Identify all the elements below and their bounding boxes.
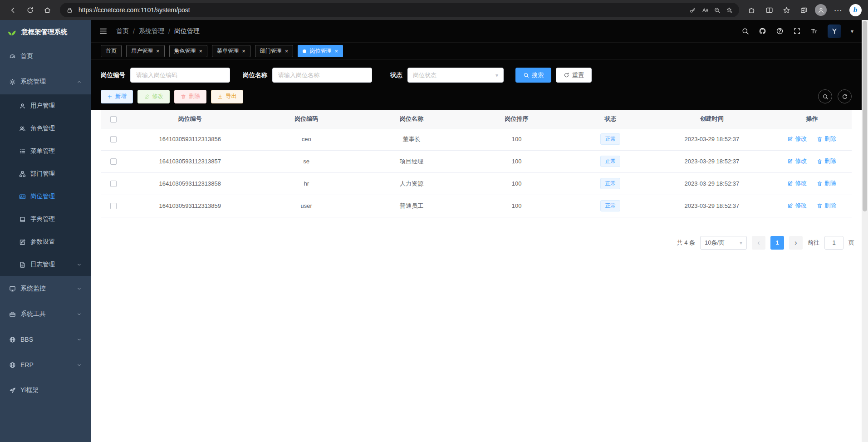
posts-table: 岗位编号 岗位编码 岗位名称 岗位排序 状态 创建时间 操作 164103059… bbox=[101, 110, 852, 217]
page-scrollbar[interactable] bbox=[862, 20, 868, 442]
search-button[interactable]: 搜索 bbox=[515, 68, 551, 83]
tab-close-icon[interactable]: × bbox=[334, 48, 338, 54]
delete-row-button[interactable]: 删除 bbox=[817, 201, 836, 210]
edit-row-button[interactable]: 修改 bbox=[787, 135, 807, 143]
export-button[interactable]: 导出 bbox=[211, 90, 243, 103]
back-button[interactable] bbox=[5, 2, 21, 18]
edit-row-label: 修改 bbox=[795, 157, 807, 165]
avatar-caret-down-icon[interactable]: ▾ bbox=[851, 28, 853, 34]
sidebar-group-system-tools[interactable]: 系统工具 bbox=[0, 301, 91, 327]
delete-row-button[interactable]: 删除 bbox=[817, 135, 836, 143]
edit-button-disabled[interactable]: 修改 bbox=[137, 90, 170, 103]
table-row: 1641030593112313857 se 项目经理 100 正常 2023-… bbox=[101, 150, 852, 172]
refresh-table-button[interactable] bbox=[838, 89, 852, 103]
tab-dept-management[interactable]: 部门管理 × bbox=[255, 45, 294, 57]
collections-button[interactable] bbox=[795, 2, 812, 18]
favorite-star-add-icon[interactable] bbox=[726, 7, 733, 14]
sidebar-item-dept-management[interactable]: 部门管理 bbox=[0, 162, 91, 185]
extensions-button[interactable] bbox=[744, 2, 760, 18]
sidebar-group-log-management[interactable]: 日志管理 bbox=[0, 253, 91, 276]
reset-button[interactable]: 重置 bbox=[556, 68, 592, 83]
sidebar-group-system-monitor[interactable]: 系统监控 bbox=[0, 276, 91, 301]
fullscreen-icon[interactable] bbox=[793, 27, 801, 35]
breadcrumb-system[interactable]: 系统管理 bbox=[139, 27, 164, 35]
page-number-button[interactable]: 1 bbox=[770, 236, 784, 250]
row-checkbox[interactable] bbox=[110, 181, 117, 187]
sidebar-item-home[interactable]: 首页 bbox=[0, 44, 91, 69]
tab-menu-management[interactable]: 菜单管理 × bbox=[212, 45, 250, 57]
post-code-input[interactable] bbox=[130, 68, 230, 83]
prev-page-button[interactable]: ‹ bbox=[752, 236, 765, 250]
tab-close-icon[interactable]: × bbox=[285, 48, 289, 54]
delete-button-disabled[interactable]: 删除 bbox=[174, 90, 206, 103]
sidebar-item-role-management[interactable]: 角色管理 bbox=[0, 117, 91, 140]
reset-button-label: 重置 bbox=[572, 71, 584, 79]
profile-button[interactable] bbox=[813, 2, 829, 18]
sidebar-item-dict-management[interactable]: 字典管理 bbox=[0, 208, 91, 231]
sidebar-item-param-settings[interactable]: 参数设置 bbox=[0, 231, 91, 253]
sidebar-item-menu-management[interactable]: 菜单管理 bbox=[0, 140, 91, 162]
split-screen-button[interactable] bbox=[761, 2, 777, 18]
settings-menu-button[interactable]: ⋯ bbox=[830, 2, 846, 18]
sidebar-item-user-management[interactable]: 用户管理 bbox=[0, 94, 91, 117]
address-bar[interactable]: https://ccnetcore.com:1101/system/post bbox=[60, 3, 739, 17]
row-checkbox[interactable] bbox=[110, 203, 117, 209]
download-icon bbox=[217, 94, 223, 99]
site-permissions-lock-icon[interactable] bbox=[66, 7, 73, 14]
row-checkbox[interactable] bbox=[110, 136, 117, 142]
delete-row-button[interactable]: 删除 bbox=[817, 157, 836, 165]
font-size-icon[interactable] bbox=[810, 27, 818, 35]
sidebar-group-erp[interactable]: ERP bbox=[0, 352, 91, 378]
edit-row-button[interactable]: 修改 bbox=[787, 179, 807, 187]
column-header-post-sort: 岗位排序 bbox=[464, 110, 569, 128]
refresh-button[interactable] bbox=[22, 2, 38, 18]
zoom-out-icon[interactable] bbox=[714, 7, 721, 14]
user-avatar[interactable] bbox=[828, 25, 841, 38]
edit-row-button[interactable]: 修改 bbox=[787, 201, 807, 210]
trash-icon bbox=[817, 136, 823, 142]
password-key-icon[interactable] bbox=[689, 7, 696, 14]
org-tree-icon bbox=[19, 171, 26, 177]
delete-row-button[interactable]: 删除 bbox=[817, 179, 836, 187]
github-icon[interactable] bbox=[759, 27, 766, 35]
goto-page-input[interactable] bbox=[824, 236, 843, 250]
sidebar-group-bbs[interactable]: BBS bbox=[0, 327, 91, 352]
add-button[interactable]: 新增 bbox=[101, 90, 133, 103]
page-size-select[interactable]: 10条/页 ▾ bbox=[700, 236, 747, 250]
post-id-cell: 1641030593112313856 bbox=[126, 128, 254, 150]
home-button[interactable] bbox=[39, 2, 55, 18]
app-logo[interactable]: 意框架管理系统 bbox=[0, 20, 91, 44]
refresh-icon bbox=[26, 6, 34, 14]
tab-role-management[interactable]: 角色管理 × bbox=[169, 45, 208, 57]
scrollbar-thumb[interactable] bbox=[863, 21, 867, 211]
edit-row-button[interactable]: 修改 bbox=[787, 157, 807, 165]
post-name-label: 岗位名称 bbox=[243, 71, 267, 79]
next-page-button[interactable]: › bbox=[789, 236, 803, 250]
tab-close-icon[interactable]: × bbox=[242, 48, 245, 54]
copilot-bing-button[interactable]: b bbox=[847, 2, 863, 18]
tab-close-icon[interactable]: × bbox=[199, 48, 203, 54]
sidebar-item-yi-framework[interactable]: Yi框架 bbox=[0, 378, 91, 403]
tab-user-management[interactable]: 用户管理 × bbox=[126, 45, 165, 57]
sidebar-item-label: ERP bbox=[20, 361, 72, 368]
sidebar-group-system-management[interactable]: 系统管理 bbox=[0, 69, 91, 94]
tab-home[interactable]: 首页 bbox=[101, 45, 122, 57]
select-all-checkbox[interactable] bbox=[110, 116, 117, 123]
help-question-icon[interactable] bbox=[776, 27, 784, 35]
favorites-button[interactable] bbox=[778, 2, 794, 18]
tab-close-icon[interactable]: × bbox=[156, 48, 160, 54]
tab-post-management[interactable]: 岗位管理 × bbox=[298, 45, 343, 57]
toggle-search-button[interactable] bbox=[818, 89, 832, 103]
read-aloud-icon[interactable] bbox=[701, 7, 708, 14]
header-search-icon[interactable] bbox=[741, 27, 749, 35]
row-checkbox[interactable] bbox=[110, 158, 117, 165]
url-text[interactable]: https://ccnetcore.com:1101/system/post bbox=[78, 6, 684, 14]
trash-icon bbox=[817, 181, 823, 187]
post-name-input[interactable] bbox=[272, 68, 372, 83]
hamburger-icon[interactable] bbox=[99, 27, 108, 35]
search-icon bbox=[822, 93, 829, 100]
star-icon bbox=[783, 6, 790, 14]
status-select[interactable]: 岗位状态 ▾ bbox=[407, 68, 504, 83]
breadcrumb-home[interactable]: 首页 bbox=[116, 27, 129, 35]
sidebar-item-post-management[interactable]: 岗位管理 bbox=[0, 185, 91, 208]
